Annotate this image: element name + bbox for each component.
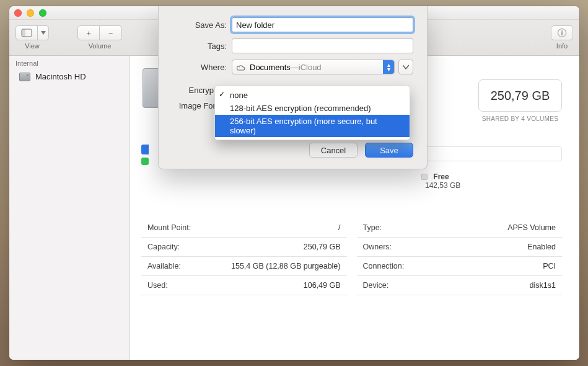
where-doc: Documents <box>250 63 291 72</box>
encryption-menu: none 128-bit AES encryption (recommended… <box>214 86 410 140</box>
volume-info: Mount Point:/ Capacity:250,79 GB Availab… <box>141 218 562 295</box>
volume-label: Volume <box>89 42 112 50</box>
green-chip-icon <box>141 158 149 165</box>
svg-rect-1 <box>22 29 25 37</box>
sidebar-item-macintosh-hd[interactable]: Macintosh HD <box>9 69 129 84</box>
info-table-right: Type:APFS Volume Owners:Enabled Connecti… <box>357 218 563 295</box>
tags-label: Tags: <box>172 42 232 51</box>
cloud-icon <box>236 64 246 71</box>
view-label: View <box>25 42 40 50</box>
select-stepper-icon: ▴▾ <box>383 60 394 74</box>
free-value: 142,53 GB <box>425 181 460 190</box>
usage-bar <box>409 146 562 161</box>
expand-button[interactable] <box>398 60 413 74</box>
menu-item-none[interactable]: none <box>215 89 410 102</box>
save-as-input[interactable] <box>232 17 413 32</box>
save-as-label: Save As: <box>172 20 232 30</box>
save-sheet: Save As: Tags: Where: Documents — iCloud… <box>158 6 428 169</box>
view-button[interactable] <box>15 25 38 40</box>
tags-input[interactable] <box>232 38 413 53</box>
add-volume-button[interactable]: + <box>77 25 100 40</box>
toolbar-group-view: View <box>15 25 49 50</box>
info-table-left: Mount Point:/ Capacity:250,79 GB Availab… <box>141 218 347 295</box>
disk-size: 250,79 GB <box>491 89 550 103</box>
info-label: Info <box>556 42 568 50</box>
hdd-icon <box>19 73 30 81</box>
shared-volumes-label: SHARED BY 4 VOLUMES <box>478 115 562 122</box>
free-label: Free <box>433 172 449 181</box>
sidebar: Internal Macintosh HD <box>9 56 130 360</box>
menu-item-aes128[interactable]: 128-bit AES encryption (recommended) <box>215 102 410 115</box>
svg-rect-8 <box>561 32 563 35</box>
blue-chip-icon <box>141 145 149 154</box>
sidebar-item-label: Macintosh HD <box>35 72 86 81</box>
view-menu-button[interactable] <box>38 25 49 40</box>
where-select[interactable]: Documents — iCloud ▴▾ <box>232 60 395 74</box>
menu-item-aes256[interactable]: 256-bit AES encryption (more secure, but… <box>215 115 410 137</box>
usage-legend: Free 142,53 GB <box>421 172 562 190</box>
info-button[interactable] <box>551 25 573 40</box>
cancel-button[interactable]: Cancel <box>309 143 358 158</box>
app-window: Disk Utility View + − Volume <box>9 6 579 360</box>
free-swatch-icon <box>421 174 428 180</box>
where-label: Where: <box>172 63 232 72</box>
svg-point-7 <box>561 30 563 32</box>
sidebar-section: Internal <box>9 56 129 69</box>
remove-volume-button[interactable]: − <box>100 25 122 40</box>
size-box: 250,79 GB <box>478 79 562 112</box>
where-cloud: iCloud <box>299 63 322 72</box>
save-button[interactable]: Save <box>365 143 413 158</box>
toolbar-group-volume: + − Volume <box>77 25 122 50</box>
